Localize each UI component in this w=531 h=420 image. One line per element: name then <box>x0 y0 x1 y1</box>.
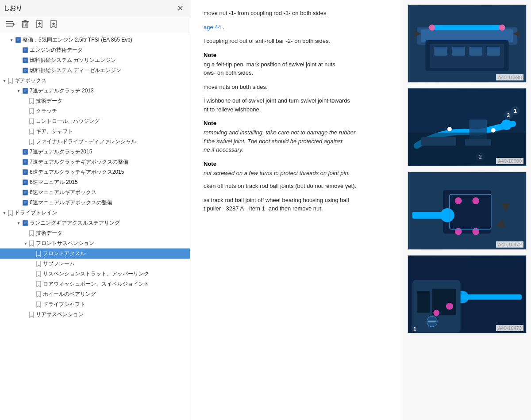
tree-item-label: 6速マニュアルギアボックス <box>30 189 96 196</box>
tree-item-label: 7速デュアルクラッチ2015 <box>30 148 92 156</box>
tree-item-label: 6速マニュアル 2015 <box>30 179 78 186</box>
diagram-img-1: A40-10598 <box>408 5 526 82</box>
expand-button[interactable]: ▼ <box>2 211 7 215</box>
tree-item-item-23[interactable]: サブフレーム <box>0 259 190 269</box>
svg-point-104 <box>440 208 454 222</box>
svg-text:1: 1 <box>413 326 416 332</box>
step-3-text: l coupling rod out of anti-roll bar -2- … <box>204 38 330 44</box>
tree-item-item-10[interactable]: ギア、シャフト <box>0 126 190 137</box>
tree-item-label: リアサスペンション <box>36 311 84 318</box>
tree-item-item-14[interactable]: 6速デュアルクラッチギアボックス2015 <box>0 167 190 177</box>
expand-button[interactable]: ▼ <box>16 221 21 225</box>
toolbar <box>0 17 190 33</box>
close-button[interactable]: ✕ <box>174 3 186 14</box>
expand-button[interactable]: ▼ <box>9 38 14 42</box>
bookmark-icon <box>29 230 34 237</box>
bookmark-icon <box>29 240 34 247</box>
tree-item-item-20[interactable]: 技術データ <box>0 228 190 238</box>
right-panel: move nut -1- from coupling rod -3- on bo… <box>190 0 531 420</box>
bookmark-icon <box>36 281 41 287</box>
diagram-2: 1 2 3 A40-10600 <box>408 88 527 166</box>
diagram-4: 1 A40-10473 <box>408 255 527 333</box>
tree-item-label: 6速デュアルクラッチギアボックス2015 <box>30 168 124 176</box>
tree-item-item-17[interactable]: 6速マニュアルギアボックスの整備 <box>0 198 190 208</box>
bookmark-icon <box>29 118 34 125</box>
left-panel: しおり ✕ <box>0 0 190 420</box>
note-4-label: Note <box>204 120 389 126</box>
tree-item-item-22[interactable]: フロントアクスル <box>0 248 190 259</box>
tree-item-item-4[interactable]: 燃料供給システム ディーゼルエンジン <box>0 65 190 76</box>
panel-title: しおり <box>4 4 22 12</box>
note-1-label: Note <box>204 52 389 58</box>
tree-item-item-18[interactable]: ▼ドライブトレイン <box>0 208 190 218</box>
note-4-text: removing and installing, take care not t… <box>204 128 389 154</box>
step-1-text: move nut -1- from coupling rod -3- on bo… <box>204 10 326 16</box>
tree-item-item-16[interactable]: 6速マニュアルギアボックス <box>0 187 190 198</box>
diagram-1: A40-10598 <box>408 4 527 83</box>
expand-button[interactable]: ▼ <box>2 79 7 83</box>
svg-text:3: 3 <box>507 112 510 118</box>
bookmark-add-button[interactable] <box>34 19 45 31</box>
expand-button[interactable]: ▼ <box>16 89 21 93</box>
diagram-3-label: A40-10472 <box>496 241 523 248</box>
doc-icon <box>22 67 28 74</box>
tree-item-label: 技術データ <box>36 97 62 105</box>
diagram-img-4: 1 A40-10473 <box>408 256 526 333</box>
tree-item-item-8[interactable]: クラッチ <box>0 106 190 116</box>
tree-item-item-1[interactable]: ▼整備：5気同エンジン 2.5ltr TFSI (EA 855 Evo) <box>0 35 190 45</box>
tree-item-item-3[interactable]: 燃料供給システム ガソリンエンジン <box>0 55 190 65</box>
tree-item-item-26[interactable]: ホイールのベアリング <box>0 289 190 299</box>
panel-header: しおり ✕ <box>0 0 190 17</box>
diagram-img-3: A40-10472 <box>408 172 526 249</box>
instruction-step-2: age 44 . <box>204 23 389 32</box>
note-5-label: Note <box>204 160 389 167</box>
bookmark-icon <box>36 291 41 298</box>
svg-point-90 <box>447 127 452 131</box>
svg-point-121 <box>433 310 439 316</box>
doc-icon <box>22 149 28 156</box>
doc-icon <box>22 88 28 95</box>
tree-item-item-2[interactable]: エンジンの技術データ <box>0 45 190 55</box>
tree-item-item-13[interactable]: 7速デュアルクラッチギアボックスの整備 <box>0 157 190 167</box>
tree-item-label: 燃料供給システム ガソリンエンジン <box>30 57 116 64</box>
tree-item-label: ギア、シャフト <box>36 128 73 135</box>
tree-item-item-28[interactable]: リアサスペンション <box>0 309 190 320</box>
tree-item-label: ドライブシャフト <box>43 301 85 308</box>
expand-button[interactable]: ▼ <box>23 241 28 246</box>
diagram-img-2: 1 2 3 A40-10600 <box>408 88 526 166</box>
tree-item-item-19[interactable]: ▼ランニングギアアクスルステアリング <box>0 218 190 228</box>
tree-item-item-27[interactable]: ドライブシャフト <box>0 299 190 309</box>
tree-item-label: コントロール、ハウジング <box>36 118 100 125</box>
tree-item-item-11[interactable]: ファイナルドライブ - ディファレンシャル <box>0 137 190 147</box>
tree-item-label: ファイナルドライブ - ディファレンシャル <box>36 138 136 145</box>
tree-item-item-24[interactable]: サスペンションストラット、アッパーリンク <box>0 269 190 279</box>
tree-item-item-5[interactable]: ▼ギアボックス <box>0 76 190 86</box>
svg-point-88 <box>501 119 512 130</box>
tree-item-label: ドライブトレイン <box>15 209 57 217</box>
tree-item-item-25[interactable]: ロアウィッシュボーン、スイベルジョイント <box>0 279 190 289</box>
delete-button[interactable] <box>19 19 31 31</box>
svg-point-78 <box>499 24 505 31</box>
tree-item-label: 技術データ <box>36 229 62 237</box>
tree-item-item-15[interactable]: 6速マニュアル 2015 <box>0 177 190 187</box>
tree-item-item-21[interactable]: ▼フロントサスペンション <box>0 238 190 248</box>
note-1-text: ng a felt-tip pen, mark position of swiv… <box>204 60 389 77</box>
text-content: move nut -1- from coupling rod -3- on bo… <box>190 0 403 420</box>
doc-icon <box>22 159 28 166</box>
diagram-1-label: A40-10598 <box>496 74 523 80</box>
diagram-3: A40-10472 <box>408 172 527 250</box>
tree-item-item-7[interactable]: 技術データ <box>0 96 190 106</box>
instruction-step-1: move nut -1- from coupling rod -3- on bo… <box>204 9 389 18</box>
bookmark-star-button[interactable] <box>48 19 59 31</box>
doc-icon <box>22 189 28 196</box>
doc-icon <box>22 199 28 206</box>
tree-item-item-6[interactable]: ▼7速デュアルクラッチ 2013 <box>0 86 190 96</box>
bookmark-icon <box>8 77 13 84</box>
menu-dropdown-button[interactable] <box>4 19 17 31</box>
tree-item-item-12[interactable]: 7速デュアルクラッチ2015 <box>0 147 190 157</box>
svg-marker-3 <box>13 23 15 26</box>
note-5-text: nut screwed on a few turns to protect th… <box>204 169 389 178</box>
bookmark-icon <box>29 138 34 145</box>
page-link[interactable]: age 44 <box>204 24 221 31</box>
tree-item-item-9[interactable]: コントロール、ハウジング <box>0 116 190 126</box>
